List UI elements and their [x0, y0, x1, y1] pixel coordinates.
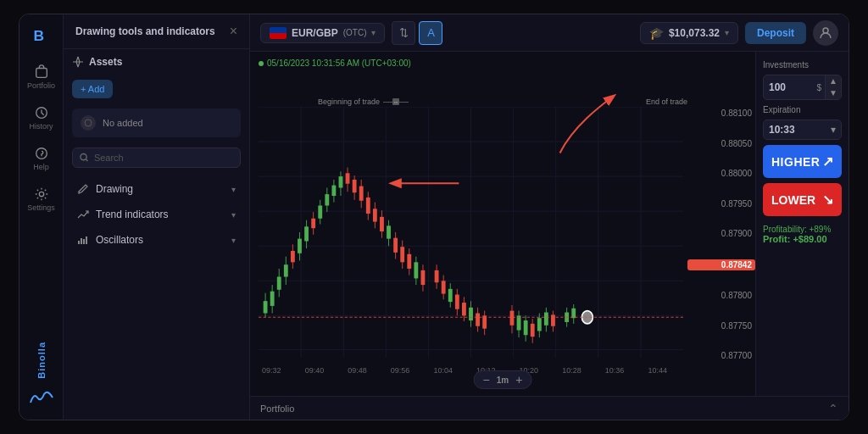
svg-rect-78 — [435, 270, 439, 282]
indicator-button[interactable]: A — [419, 21, 442, 45]
app-logo: B — [29, 23, 54, 48]
main-content: EUR/GBP (OTC) ▾ ⇅ A 🎓 $10,073.32 ▾ Depos… — [250, 14, 849, 420]
price-3: 0.87950 — [687, 199, 755, 209]
search-icon — [80, 153, 89, 163]
investment-value: 100 — [764, 78, 813, 97]
svg-text:B: B — [33, 27, 44, 44]
candlestick-chart — [259, 107, 683, 358]
investment-increment-button[interactable]: ▲ — [826, 75, 841, 87]
price-0: 0.88100 — [687, 108, 755, 118]
chart-controls: ⇅ A — [392, 21, 442, 45]
balance-amount: $10,073.32 — [669, 27, 720, 39]
drawing-tools-panel: Drawing tools and indicators × Assets + … — [64, 14, 250, 420]
sort-button[interactable]: ⇅ — [392, 21, 415, 45]
svg-rect-40 — [298, 239, 302, 253]
panel-title: Drawing tools and indicators — [75, 25, 215, 37]
svg-rect-42 — [304, 226, 309, 241]
investment-input-row: 100 $ ▲ ▼ — [763, 75, 842, 100]
svg-rect-72 — [407, 254, 411, 269]
svg-rect-70 — [400, 247, 404, 262]
svg-rect-9 — [83, 239, 85, 244]
assets-header: Assets — [64, 49, 249, 71]
pencil-icon — [77, 183, 89, 195]
panel-header: Drawing tools and indicators × — [64, 14, 249, 49]
higher-arrow-icon: ↗ — [822, 153, 834, 170]
sidebar-item-history[interactable]: History — [23, 99, 60, 136]
svg-rect-8 — [81, 238, 82, 244]
svg-rect-88 — [469, 308, 473, 320]
svg-point-11 — [823, 28, 828, 33]
left-navigation: B Portfolio History Help — [19, 14, 64, 420]
time-2: 09:48 — [348, 366, 367, 375]
chevron-down-icon: ▾ — [231, 185, 236, 194]
history-nav-label: History — [29, 122, 53, 131]
svg-rect-36 — [284, 264, 288, 276]
drawing-tool-item[interactable]: Drawing ▾ — [72, 176, 241, 202]
price-6: 0.87800 — [687, 291, 755, 300]
svg-rect-56 — [353, 180, 357, 192]
svg-point-6 — [81, 153, 86, 159]
balance-icon: 🎓 — [649, 26, 664, 40]
user-avatar-button[interactable] — [813, 20, 838, 46]
svg-rect-52 — [339, 176, 343, 187]
zoom-out-button[interactable]: − — [483, 374, 490, 386]
svg-rect-58 — [359, 186, 364, 201]
sidebar-item-help[interactable]: Help — [23, 140, 60, 177]
chevron-down-icon-2: ▾ — [231, 210, 236, 220]
svg-rect-34 — [277, 277, 281, 290]
higher-button[interactable]: HIGHER ↗ — [763, 145, 842, 178]
svg-rect-38 — [291, 251, 295, 262]
svg-rect-54 — [346, 173, 350, 183]
price-4: 0.87900 — [687, 229, 755, 238]
trading-panel: Investments 100 $ ▲ ▼ Expiration 10:33 ▾… — [755, 52, 849, 396]
svg-rect-1 — [36, 69, 47, 78]
live-dot — [259, 61, 264, 66]
brand-logo-bottom — [29, 391, 54, 408]
search-input[interactable] — [94, 153, 233, 163]
deposit-button[interactable]: Deposit — [745, 22, 806, 44]
time-0: 09:32 — [262, 366, 281, 375]
time-9: 10:44 — [648, 366, 667, 375]
time-4: 10:04 — [433, 366, 453, 375]
user-icon — [819, 26, 832, 40]
svg-rect-66 — [387, 225, 391, 238]
oscillators-item[interactable]: Oscillators ▾ — [72, 227, 241, 253]
zoom-level: 1m — [497, 376, 509, 385]
lower-button[interactable]: LOWER ↘ — [763, 183, 842, 216]
chart-timestamp: 05/16/2023 10:31:56 AM (UTC+03:00) — [259, 58, 411, 68]
close-panel-button[interactable]: × — [230, 25, 237, 38]
trend-indicators-item[interactable]: Trend indicators ▾ — [72, 202, 241, 227]
svg-rect-110 — [571, 309, 576, 318]
sidebar-item-settings[interactable]: Settings — [23, 181, 60, 218]
svg-rect-76 — [421, 270, 426, 285]
add-asset-button[interactable]: + Add — [72, 80, 113, 98]
no-added-icon — [81, 115, 96, 131]
svg-rect-98 — [524, 320, 528, 335]
balance-display[interactable]: 🎓 $10,073.32 ▾ — [640, 22, 738, 44]
balance-dropdown-icon: ▾ — [725, 28, 729, 37]
chevron-down-icon-3: ▾ — [231, 236, 236, 245]
expiry-row[interactable]: 10:33 ▾ — [763, 120, 842, 140]
zoom-in-button[interactable]: + — [515, 374, 522, 386]
price-8: 0.87700 — [687, 351, 755, 360]
svg-rect-44 — [311, 219, 315, 228]
svg-rect-90 — [476, 313, 480, 326]
time-3: 09:56 — [391, 366, 410, 375]
svg-rect-50 — [331, 186, 336, 196]
time-8: 10:36 — [605, 366, 625, 375]
svg-rect-68 — [393, 238, 398, 253]
svg-rect-32 — [270, 292, 275, 306]
portfolio-collapse-button[interactable]: ⌃ — [828, 402, 838, 415]
asset-selector[interactable]: EUR/GBP (OTC) ▾ — [260, 23, 385, 43]
price-2: 0.88000 — [687, 169, 755, 178]
sidebar-item-portfolio[interactable]: Portfolio — [23, 58, 60, 96]
price-1: 0.88050 — [687, 139, 755, 148]
svg-rect-82 — [448, 289, 453, 302]
current-price: 0.87842 — [687, 259, 755, 270]
investment-currency: $ — [813, 80, 825, 96]
search-box[interactable] — [72, 147, 241, 168]
svg-rect-62 — [373, 209, 377, 221]
investment-decrement-button[interactable]: ▼ — [826, 87, 841, 99]
profit-info: Profitability: +89% Profit: +$89.00 — [763, 221, 842, 248]
beginning-of-trade: Beginning of trade ▪▪ — [318, 97, 409, 106]
